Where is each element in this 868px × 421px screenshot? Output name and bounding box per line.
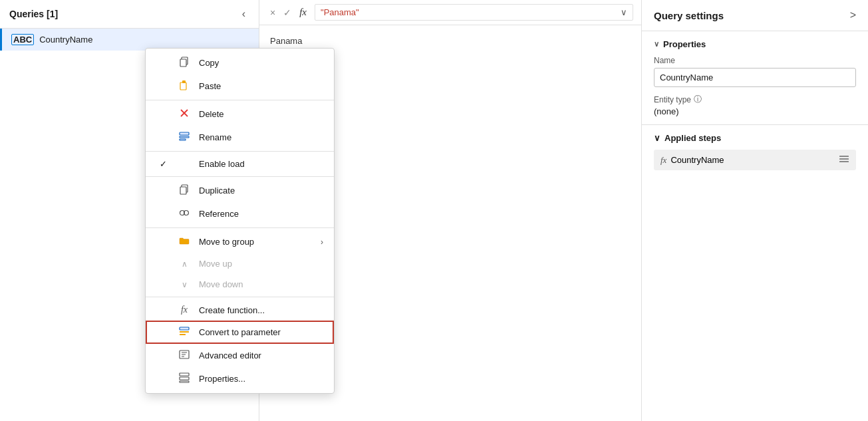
formula-dropdown-arrow[interactable]: ∨ [621, 7, 627, 17]
svg-rect-15 [180, 334, 186, 335]
content-value: Panama [270, 36, 302, 46]
formula-value: "Panama" [321, 7, 359, 17]
name-input[interactable] [654, 68, 856, 87]
menu-item-paste[interactable]: Paste [146, 74, 334, 98]
entity-type-value: (none) [654, 106, 856, 116]
paste-icon [178, 80, 191, 92]
svg-rect-23 [839, 156, 849, 157]
divider-5 [146, 297, 334, 297]
expand-settings-button[interactable]: > [850, 9, 856, 21]
convert-to-parameter-icon [178, 326, 191, 339]
query-item-label: CountryName [39, 35, 92, 45]
duplicate-icon [178, 184, 191, 197]
menu-label-reference: Reference [199, 209, 239, 219]
rename-icon [178, 131, 191, 144]
menu-item-enable-load[interactable]: ✓ Enable load [146, 154, 334, 174]
formula-bar-actions: × ✓ fx [267, 5, 309, 19]
folder-icon [178, 235, 191, 248]
properties-section-title: ∨ Properties [654, 39, 856, 49]
checkmark-enable-load: ✓ [156, 159, 170, 169]
delete-icon [178, 108, 191, 120]
menu-item-create-function[interactable]: fx Create function... [146, 299, 334, 321]
step-item-left: fx CountryName [660, 155, 724, 166]
collapse-queries-button[interactable]: ‹ [238, 7, 249, 21]
menu-item-convert-to-parameter[interactable]: Convert to parameter [146, 321, 334, 344]
menu-label-rename: Rename [199, 132, 231, 142]
formula-cancel-button[interactable]: × [267, 6, 278, 19]
applied-steps-title: ∨ Applied steps [654, 133, 856, 143]
divider-4 [146, 227, 334, 228]
step-fx-icon: fx [660, 155, 666, 166]
step-settings-button[interactable] [839, 154, 849, 166]
properties-icon [178, 372, 191, 385]
menu-label-convert-to-parameter: Convert to parameter [199, 327, 281, 337]
menu-label-move-down: Move down [199, 279, 243, 289]
menu-label-move-to-group: Move to group [199, 237, 254, 247]
menu-label-enable-load: Enable load [199, 159, 245, 169]
advanced-editor-icon [178, 349, 191, 362]
step-item-countryname[interactable]: fx CountryName [654, 150, 856, 170]
menu-item-delete[interactable]: Delete [146, 102, 334, 126]
menu-label-create-function: Create function... [199, 305, 265, 315]
query-type-icon: ABC [11, 34, 34, 45]
menu-label-copy: Copy [199, 58, 219, 68]
move-up-icon: ∧ [178, 259, 191, 269]
move-down-icon: ∨ [178, 280, 191, 289]
queries-header: Queries [1] ‹ [0, 0, 259, 29]
context-menu: Copy Paste Delete [145, 48, 335, 394]
menu-item-properties[interactable]: Properties... [146, 367, 334, 390]
submenu-arrow-move-to-group: › [321, 237, 323, 247]
reference-icon [178, 208, 191, 220]
formula-bar: × ✓ fx "Panama" ∨ [259, 0, 641, 25]
svg-rect-13 [180, 327, 189, 330]
menu-item-rename[interactable]: Rename [146, 126, 334, 149]
menu-label-duplicate: Duplicate [199, 186, 235, 196]
svg-rect-14 [180, 331, 189, 333]
queries-panel: Queries [1] ‹ ABC CountryName Copy [0, 0, 259, 421]
formula-confirm-button[interactable]: ✓ [281, 6, 294, 19]
menu-item-move-up[interactable]: ∧ Move up [146, 253, 334, 274]
divider-1 [146, 100, 334, 100]
settings-title: Query settings [654, 10, 724, 21]
settings-panel: Query settings > ∨ Properties Name Entit… [642, 0, 868, 421]
create-function-icon: fx [178, 305, 191, 315]
menu-item-advanced-editor[interactable]: Advanced editor [146, 344, 334, 367]
menu-item-move-down[interactable]: ∨ Move down [146, 274, 334, 295]
menu-label-properties: Properties... [199, 374, 245, 384]
svg-rect-10 [180, 187, 186, 194]
svg-rect-1 [180, 59, 186, 67]
divider-2 [146, 151, 334, 152]
copy-icon [178, 57, 191, 69]
menu-label-delete: Delete [199, 109, 224, 119]
menu-label-move-up: Move up [199, 259, 232, 269]
menu-label-advanced-editor: Advanced editor [199, 351, 261, 360]
entity-type-label: Entity type ⓘ [654, 94, 856, 105]
applied-steps-chevron: ∨ [654, 133, 660, 143]
svg-rect-25 [839, 161, 849, 162]
name-label: Name [654, 56, 856, 65]
menu-item-reference[interactable]: Reference [146, 202, 334, 225]
svg-rect-22 [180, 381, 189, 382]
entity-type-info-icon: ⓘ [694, 94, 702, 105]
svg-rect-2 [180, 82, 186, 90]
svg-rect-8 [180, 139, 186, 140]
formula-fx-button[interactable]: fx [297, 5, 309, 19]
svg-rect-21 [180, 377, 189, 380]
formula-input[interactable]: "Panama" ∨ [315, 4, 633, 21]
menu-item-copy[interactable]: Copy [146, 51, 334, 74]
queries-title: Queries [1] [9, 9, 58, 19]
applied-steps-section: ∨ Applied steps fx CountryName [642, 125, 868, 181]
menu-item-move-to-group[interactable]: Move to group › [146, 230, 334, 253]
step-label: CountryName [670, 155, 724, 165]
divider-3 [146, 176, 334, 177]
menu-item-duplicate[interactable]: Duplicate [146, 179, 334, 202]
svg-rect-3 [182, 80, 186, 83]
svg-rect-24 [839, 158, 849, 160]
settings-header: Query settings > [642, 0, 868, 31]
svg-rect-7 [180, 136, 189, 138]
menu-label-paste: Paste [199, 81, 221, 91]
svg-rect-20 [180, 373, 189, 376]
svg-rect-6 [180, 132, 189, 135]
properties-chevron: ∨ [654, 40, 659, 49]
properties-section: ∨ Properties Name Entity type ⓘ (none) [642, 31, 868, 125]
